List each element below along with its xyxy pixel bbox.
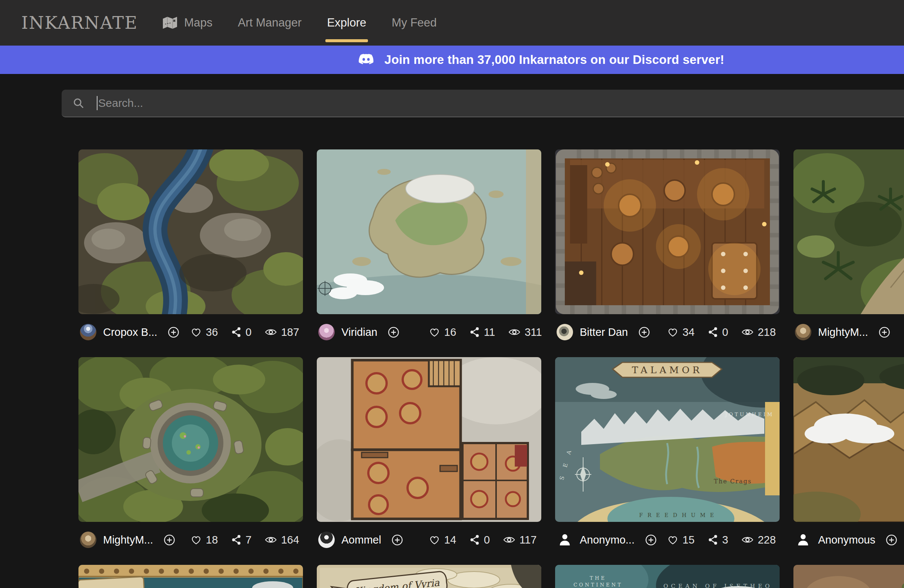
map-thumbnail[interactable] [317, 565, 541, 588]
author-name[interactable]: Aommel [341, 534, 381, 546]
follow-button[interactable] [879, 327, 890, 338]
share-button[interactable]: 3 [708, 534, 728, 546]
map-thumbnail[interactable] [555, 565, 780, 588]
plus-circle-icon [168, 327, 179, 338]
search-bar[interactable] [62, 90, 904, 117]
eye-icon [741, 328, 754, 337]
views-count: 187 [265, 326, 299, 338]
share-icon [708, 534, 718, 545]
map-thumbnail[interactable] [79, 357, 303, 522]
map-thumbnail[interactable] [79, 149, 303, 314]
like-button[interactable]: 34 [667, 326, 694, 338]
author-avatar[interactable] [80, 531, 96, 548]
follow-button[interactable] [392, 534, 403, 546]
card-footer: Aommel 14 [317, 524, 541, 555]
nav-item-explore[interactable]: Explore [327, 0, 366, 46]
map-card: Bitter Dan 34 [555, 149, 780, 348]
eye-icon [265, 536, 277, 544]
nav-item-label: Maps [184, 16, 213, 30]
heart-icon [667, 327, 678, 337]
views-count: 218 [741, 326, 776, 338]
card-footer: MightyM... 18 [79, 524, 303, 555]
heart-icon [191, 534, 202, 545]
follow-button[interactable] [645, 534, 657, 546]
author-name[interactable]: Bitter Dan [580, 326, 628, 338]
like-button[interactable]: 14 [429, 534, 456, 546]
views-number: 187 [281, 326, 299, 338]
like-button[interactable]: 15 [667, 534, 694, 546]
views-number: 311 [525, 326, 542, 338]
search-input[interactable] [98, 97, 546, 109]
like-button[interactable]: 36 [191, 326, 218, 338]
map-thumbnail[interactable] [555, 149, 780, 314]
nav-item-art-manager[interactable]: Art Manager [238, 0, 302, 46]
share-count: 0 [245, 326, 251, 338]
author-name[interactable]: Anonymous [818, 534, 875, 546]
follow-button[interactable] [886, 534, 897, 546]
author-avatar[interactable] [556, 324, 573, 340]
author-avatar[interactable] [556, 531, 573, 548]
discord-banner[interactable]: Join more than 37,000 Inkarnators on our… [0, 46, 904, 74]
like-button[interactable]: 18 [191, 534, 218, 546]
map-thumbnail[interactable] [555, 357, 780, 522]
share-icon [231, 327, 241, 338]
app-logo[interactable]: INKARNATE [21, 13, 138, 33]
eye-icon [265, 328, 277, 337]
plus-circle-icon [879, 327, 890, 338]
card-footer: MightyM... [793, 316, 904, 348]
map-thumbnail[interactable] [793, 149, 904, 314]
nav-item-label: Explore [327, 16, 366, 30]
author-avatar[interactable] [795, 324, 811, 340]
views-number: 117 [519, 534, 536, 546]
share-button[interactable]: 0 [469, 534, 490, 546]
nav-item-label: My Feed [392, 16, 437, 30]
card-stats: 36 0 187 [191, 326, 299, 338]
author-avatar[interactable] [80, 324, 96, 340]
follow-button[interactable] [168, 327, 179, 338]
author-avatar[interactable] [318, 531, 335, 548]
plus-circle-icon [886, 534, 897, 546]
heart-icon [667, 534, 678, 545]
banner-message: Join more than 37,000 Inkarnators on our… [384, 53, 724, 67]
map-thumbnail[interactable] [793, 357, 904, 522]
share-icon [708, 327, 718, 338]
follow-button[interactable] [164, 534, 175, 546]
map-thumbnail[interactable] [317, 357, 541, 522]
like-button[interactable]: 16 [429, 326, 456, 338]
share-count: 3 [722, 534, 728, 546]
card-footer: Anonymous [793, 524, 904, 555]
person-icon [557, 532, 572, 547]
eye-icon [503, 536, 515, 544]
follow-button[interactable] [638, 327, 650, 338]
views-number: 218 [757, 326, 776, 338]
author-name[interactable]: Viridian [341, 326, 377, 338]
map-card: Cropox B... 36 [79, 149, 303, 348]
person-icon [796, 532, 811, 547]
map-thumbnail[interactable] [317, 149, 541, 314]
map-card [793, 565, 904, 588]
author-avatar[interactable] [318, 324, 335, 340]
nav-item-maps[interactable]: Maps [163, 0, 213, 46]
views-count: 117 [503, 534, 536, 546]
map-card: MightyM... [793, 149, 904, 348]
map-thumbnail[interactable] [79, 565, 303, 588]
map-card [79, 565, 303, 588]
share-button[interactable]: 0 [231, 326, 251, 338]
follow-button[interactable] [388, 327, 399, 338]
author-name[interactable]: MightyM... [818, 326, 868, 338]
author-avatar[interactable] [795, 531, 811, 548]
share-count: 11 [484, 326, 495, 338]
card-footer: Cropox B... 36 [79, 316, 303, 348]
author-name[interactable]: Anonymo... [580, 534, 635, 546]
card-stats: 16 11 311 [429, 326, 542, 338]
share-button[interactable]: 11 [469, 326, 495, 338]
heart-icon [429, 327, 440, 337]
author-name[interactable]: Cropox B... [103, 326, 157, 338]
map-grid: Cropox B... 36 [79, 149, 904, 588]
author-name[interactable]: MightyM... [103, 534, 153, 546]
share-button[interactable]: 0 [708, 326, 728, 338]
nav-item-my-feed[interactable]: My Feed [392, 0, 437, 46]
share-button[interactable]: 7 [231, 534, 251, 546]
card-footer: Viridian 16 [317, 316, 541, 348]
map-thumbnail[interactable] [793, 565, 904, 588]
